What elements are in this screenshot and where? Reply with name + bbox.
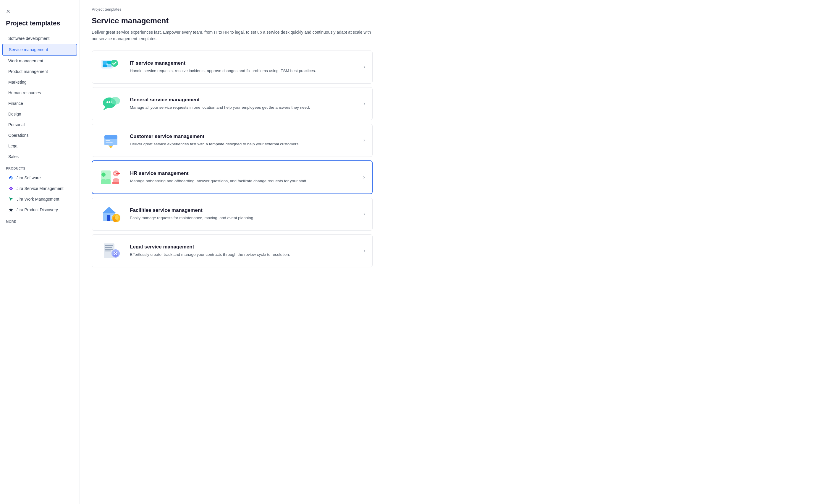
template-card-hr-service[interactable]: HR service management Manage onboarding … [92, 160, 373, 194]
svg-marker-24 [103, 207, 116, 213]
card-description-hr-service: Manage onboarding and offboarding, answe… [130, 178, 358, 184]
page-title: Service management [92, 16, 803, 25]
sidebar-nav-item-8[interactable]: Personal [2, 119, 77, 130]
card-chevron-customer-service: › [363, 137, 365, 143]
svg-rect-4 [107, 64, 111, 67]
card-chevron-legal-service: › [363, 248, 365, 254]
sidebar-nav-item-4[interactable]: Marketing [2, 77, 77, 87]
card-chevron-general-service: › [363, 100, 365, 107]
breadcrumb: Project templates [92, 7, 803, 12]
card-title-it-service: IT service management [130, 60, 359, 66]
card-title-legal-service: Legal service management [130, 244, 359, 250]
sidebar-nav-item-10[interactable]: Legal [2, 141, 77, 151]
product-label: Jira Product Discovery [17, 207, 58, 212]
main-content: Project templates Service management Del… [80, 0, 815, 504]
sidebar-product-item-3[interactable]: Jira Product Discovery [2, 204, 77, 215]
svg-point-18 [101, 173, 105, 177]
svg-rect-12 [104, 135, 117, 139]
card-chevron-hr-service: › [363, 174, 365, 180]
sidebar-product-item-1[interactable]: Jira Service Management [2, 183, 77, 194]
svg-rect-13 [105, 140, 110, 141]
svg-rect-32 [105, 247, 112, 248]
card-title-hr-service: HR service management [130, 170, 358, 176]
template-card-it-service[interactable]: IT service management Handle service req… [92, 51, 373, 84]
svg-rect-31 [105, 245, 113, 246]
template-card-customer-service[interactable]: Customer service management Deliver grea… [92, 124, 373, 157]
card-description-customer-service: Deliver great service experiences fast w… [130, 141, 359, 147]
sidebar-nav-item-3[interactable]: Product management [2, 66, 77, 77]
svg-point-7 [106, 101, 108, 103]
card-chevron-facilities-service: › [363, 211, 365, 217]
card-icon-customer-service [99, 130, 123, 151]
svg-rect-16 [109, 145, 113, 146]
sidebar-nav-item-6[interactable]: Finance [2, 98, 77, 109]
card-title-customer-service: Customer service management [130, 134, 359, 139]
close-button[interactable]: ✕ [0, 6, 16, 19]
card-description-it-service: Handle service requests, resolve inciden… [130, 68, 359, 74]
card-content-customer-service: Customer service management Deliver grea… [130, 134, 359, 147]
svg-point-29 [115, 215, 118, 220]
card-icon-legal-service [99, 240, 123, 261]
page-description: Deliver great service experiences fast. … [92, 29, 373, 42]
sidebar-product-item-0[interactable]: Jira Software [2, 173, 77, 183]
svg-rect-20 [112, 182, 119, 184]
card-icon-it-service [99, 57, 123, 77]
sidebar-product-item-2[interactable]: Jira Work Management [2, 194, 77, 204]
sidebar-nav-item-0[interactable]: Software development [2, 33, 77, 44]
card-description-general-service: Manage all your service requests in one … [130, 105, 359, 110]
svg-rect-2 [107, 61, 111, 64]
card-description-facilities-service: Easily manage requests for maintenance, … [130, 215, 359, 221]
svg-rect-25 [107, 215, 110, 221]
svg-rect-3 [103, 64, 107, 67]
sidebar-nav-item-2[interactable]: Work management [2, 56, 77, 66]
card-description-legal-service: Effortlessly create, track and manage yo… [130, 252, 359, 258]
template-cards-container: IT service management Handle service req… [92, 51, 803, 267]
card-content-hr-service: HR service management Manage onboarding … [130, 170, 358, 184]
template-card-general-service[interactable]: General service management Manage all yo… [92, 87, 373, 120]
svg-rect-33 [105, 249, 113, 250]
product-label: Jira Service Management [17, 186, 64, 191]
sidebar-title: Project templates [0, 19, 79, 33]
template-card-facilities-service[interactable]: Facilities service management Easily man… [92, 198, 373, 231]
sidebar: ✕ Project templates Software development… [0, 0, 80, 504]
sidebar-nav-item-7[interactable]: Design [2, 109, 77, 119]
sidebar-nav-item-1[interactable]: Service management [2, 44, 77, 56]
card-icon-hr-service [99, 167, 123, 188]
template-card-legal-service[interactable]: Legal service management Effortlessly cr… [92, 234, 373, 267]
card-title-general-service: General service management [130, 97, 359, 103]
svg-point-10 [111, 97, 120, 105]
card-content-general-service: General service management Manage all yo… [130, 97, 359, 110]
sidebar-nav: Software developmentService managementWo… [0, 33, 79, 162]
products-section-label: PRODUCTS [0, 162, 79, 173]
svg-point-8 [108, 101, 110, 103]
card-content-it-service: IT service management Handle service req… [130, 60, 359, 74]
card-content-legal-service: Legal service management Effortlessly cr… [130, 244, 359, 258]
more-section-label: MORE [0, 215, 79, 226]
card-chevron-it-service: › [363, 64, 365, 70]
sidebar-nav-item-5[interactable]: Human resources [2, 87, 77, 98]
card-icon-general-service [99, 93, 123, 114]
product-label: Jira Software [17, 175, 41, 180]
product-label: Jira Work Management [17, 197, 59, 201]
svg-rect-14 [105, 142, 113, 143]
svg-rect-1 [103, 61, 107, 64]
card-content-facilities-service: Facilities service management Easily man… [130, 207, 359, 221]
sidebar-nav-item-11[interactable]: Sales [2, 151, 77, 162]
svg-point-36 [113, 254, 118, 257]
card-title-facilities-service: Facilities service management [130, 207, 359, 213]
sidebar-nav-item-9[interactable]: Operations [2, 130, 77, 141]
sidebar-products: Jira Software Jira Service Management Ji… [0, 173, 79, 215]
svg-point-5 [111, 60, 118, 67]
card-icon-facilities-service [99, 204, 123, 225]
svg-rect-34 [105, 251, 111, 251]
